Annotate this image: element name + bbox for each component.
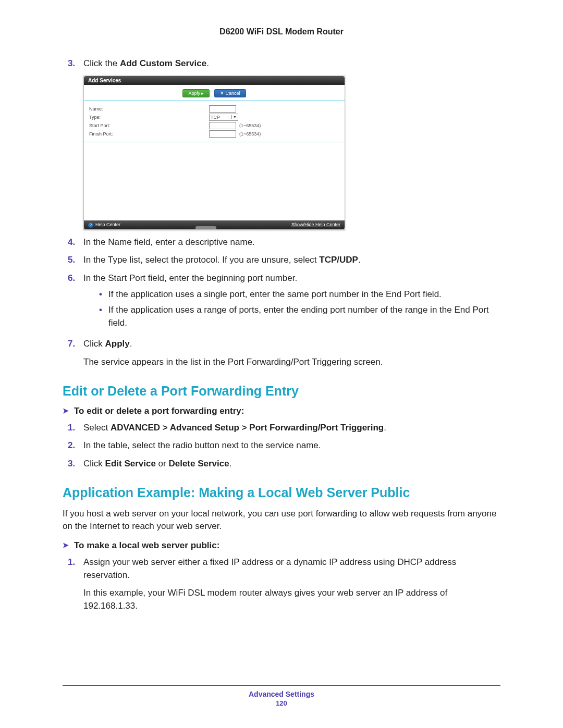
select-value: TCP [211, 115, 220, 120]
step-1: 1. Assign your web server either a fixed… [68, 556, 500, 582]
help-center-link[interactable]: ?Help Center [88, 222, 120, 228]
row-name: Name: [89, 105, 339, 113]
input-finish-port[interactable] [209, 130, 236, 138]
step-text: In the Type list, select the protocol. I… [83, 254, 500, 267]
apply-button[interactable]: Apply ▸ [182, 89, 210, 97]
cancel-button[interactable]: ✕ Cancel [214, 89, 246, 97]
label-name: Name: [89, 106, 209, 112]
ui-button-row: Apply ▸ ✕ Cancel [84, 85, 345, 101]
show-hide-help-link[interactable]: Show/Hide Help Center [291, 222, 340, 227]
ui-footer: ?Help Center Show/Hide Help Center [84, 220, 345, 229]
input-start-port[interactable] [209, 122, 236, 129]
router-ui-screenshot: Add Services Apply ▸ ✕ Cancel Name: Type… [83, 76, 345, 230]
chevron-right-icon: ➤ [63, 406, 69, 415]
step-number: 1. [68, 556, 83, 569]
step-number: 3. [68, 57, 83, 70]
step-number: 7. [68, 338, 83, 351]
running-header: D6200 WiFi DSL Modem Router [63, 27, 500, 36]
label-finish-port: Finish Port: [89, 131, 209, 137]
select-type[interactable]: TCP ▼ [209, 114, 238, 121]
footer-section: Advanced Settings [63, 690, 500, 698]
row-start-port: Start Port: (1~65534) [89, 122, 339, 129]
label-start-port: Start Port: [89, 123, 209, 128]
ui-body-spacer [84, 142, 345, 220]
step-text: Select ADVANCED > Advanced Setup > Port … [83, 422, 500, 435]
steps-webserver: 1. Assign your web server either a fixed… [68, 556, 500, 582]
step-2: 2. In the table, select the radio button… [68, 439, 500, 452]
steps-list: 3. Click the Add Custom Service. [68, 57, 500, 70]
ui-title: Add Services [84, 76, 345, 85]
step-6: 6. In the Start Port field, enter the be… [68, 272, 500, 333]
step-7: 7. Click Apply. [68, 338, 500, 351]
chevron-right-icon: ➤ [63, 541, 69, 549]
procedure-heading: ➤To make a local web server public: [63, 540, 500, 551]
steps-list-cont: 4. In the Name field, enter a descriptiv… [68, 236, 500, 351]
label-type: Type: [89, 115, 209, 120]
section-heading-edit-delete: Edit or Delete a Port Forwarding Entry [63, 384, 500, 399]
step-7-after: The service appears in the list in the P… [83, 356, 500, 369]
drag-handle-icon[interactable] [195, 226, 216, 229]
step-text: In the table, select the radio button ne… [83, 439, 500, 452]
ui-form: Name: Type: TCP ▼ Start Port: (1~65534) … [84, 101, 345, 142]
step-number: 6. [68, 272, 83, 285]
step-5: 5. In the Type list, select the protocol… [68, 254, 500, 267]
row-finish-port: Finish Port: (1~65534) [89, 130, 339, 138]
section-intro: If you host a web server on your local n… [63, 508, 500, 533]
step-number: 3. [68, 458, 83, 471]
step-4: 4. In the Name field, enter a descriptiv… [68, 236, 500, 249]
steps-edit-delete: 1. Select ADVANCED > Advanced Setup > Po… [68, 422, 500, 471]
chevron-down-icon: ▼ [231, 115, 237, 119]
step-number: 1. [68, 422, 83, 435]
section-heading-app-example: Application Example: Making a Local Web … [63, 485, 500, 500]
step-1: 1. Select ADVANCED > Advanced Setup > Po… [68, 422, 500, 435]
step-text: Assign your web server either a fixed IP… [83, 556, 500, 582]
footer-page-number: 120 [63, 699, 500, 707]
step-number: 4. [68, 236, 83, 249]
step-number: 2. [68, 439, 83, 452]
help-icon: ? [88, 223, 93, 228]
bullet-2: If the application uses a range of ports… [99, 304, 500, 329]
page-footer: Advanced Settings 120 [63, 685, 500, 707]
hint-start: (1~65534) [239, 123, 261, 128]
bullet-1: If the application uses a single port, e… [99, 288, 500, 301]
step-number: 5. [68, 254, 83, 267]
document-page: D6200 WiFi DSL Modem Router 3. Click the… [0, 0, 563, 728]
footer-rule [63, 685, 500, 686]
step-text: In the Name field, enter a descriptive n… [83, 236, 500, 249]
step-1-after: In this example, your WiFi DSL modem rou… [83, 587, 500, 612]
step-text: Click Edit Service or Delete Service. [83, 458, 500, 471]
step-3: 3. Click Edit Service or Delete Service. [68, 458, 500, 471]
row-type: Type: TCP ▼ [89, 114, 339, 121]
procedure-heading: ➤To edit or delete a port forwarding ent… [63, 406, 500, 416]
step-text: In the Start Port field, enter the begin… [83, 272, 500, 333]
input-name[interactable] [209, 105, 236, 113]
step-3: 3. Click the Add Custom Service. [68, 57, 500, 70]
step-text: Click Apply. [83, 338, 500, 351]
sub-bullets: If the application uses a single port, e… [99, 288, 500, 330]
step-text: Click the Add Custom Service. [83, 57, 500, 70]
hint-finish: (1~65534) [239, 131, 261, 137]
